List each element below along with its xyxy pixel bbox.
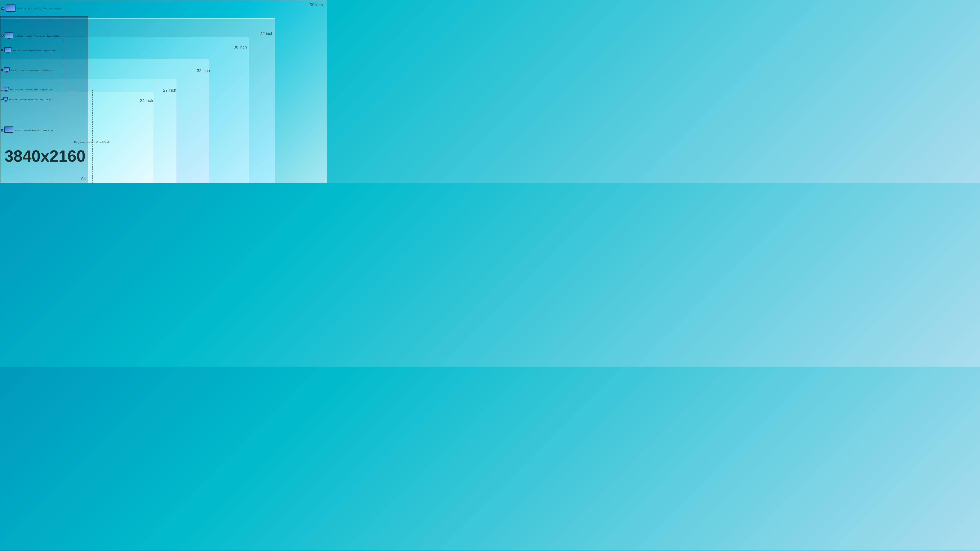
font-segoe-5: Segoe UI 6.51pt: [40, 89, 52, 91]
resolution-label: 3840x2160: [5, 147, 86, 165]
monitor-icon-7b: [4, 127, 13, 134]
font-segoe-2: Segoe UI 10.98pt: [47, 35, 59, 37]
label-27inch: 27 inch: [163, 88, 176, 93]
label-50inch: 50 inch: [310, 3, 323, 7]
font-arial-7: Arial 12pt: [14, 130, 21, 131]
monitor-row-7: Arial 12pt Times New Roman 12pt Segoe UI…: [1, 127, 52, 134]
font-info-row-3: Arial 9.91pt Times Now Roman 9.91pt Sego…: [13, 50, 55, 51]
font-tnr-7: Times New Roman 12pt: [24, 130, 40, 131]
font-tnr-6: Times New Roman 6.04pt: [19, 98, 38, 100]
a4-label: A4: [81, 176, 86, 181]
font-info-row-7: Arial 12pt Times New Roman 12pt Segoe UI…: [14, 130, 52, 131]
label-32inch: 32 inch: [197, 68, 210, 73]
font-segoe-6: Segoe UI 6.04pt: [40, 98, 51, 100]
font-arial-3: Arial 9.91pt: [13, 50, 21, 51]
monitor-icon-small-3a: [1, 49, 3, 52]
monitor-icon-5b: [3, 87, 8, 92]
monitor-icon-6b: [3, 97, 8, 102]
visual-field-label: Визуальное поле / Visual Field: [74, 141, 109, 143]
font-info-row-4: Arial 8.27pt Times New Roman 8.27pt Sego…: [11, 70, 53, 71]
label-38inch: 38 inch: [234, 45, 247, 50]
monitor-icon-6a: [1, 98, 3, 100]
font-info-row-2: Arial 10.98pt Times Now Roman 10.98pt Se…: [14, 35, 59, 37]
monitor-icon-small-1a: [1, 7, 4, 11]
monitor-row-4: Arial 8.27pt Times New Roman 8.27pt Sego…: [1, 67, 53, 73]
monitor-row-1: Arial 13.07pt Times Now Roman 13.07pt Se…: [1, 5, 61, 13]
font-tnr-1: Times Now Roman 13.07pt: [28, 8, 47, 10]
monitor-row-6: Arial 6.04pt Times New Roman 6.04pt Sego…: [1, 97, 51, 102]
font-segoe-1: Segoe UI 13.07pt: [49, 8, 62, 10]
monitor-icon-5a: [1, 89, 3, 91]
monitor-icon-4b: [4, 67, 10, 73]
font-tnr-2: Times Now Roman 10.98pt: [25, 35, 45, 37]
main-visualization: 50 inch 42 inch 38 inch 32 inch 27 inch …: [0, 0, 327, 183]
font-tnr-4: Times New Roman 8.27pt: [21, 70, 39, 71]
font-arial-2: Arial 10.98pt: [14, 35, 23, 37]
monitor-icon-2b: [5, 32, 13, 40]
font-tnr-5: Times New Roman 6.51pt: [20, 89, 38, 91]
monitor-icon-3b: [4, 47, 11, 54]
monitor-icon-small-2a: [1, 35, 4, 37]
font-segoe-3: Segoe UI 9.91pt: [43, 50, 55, 51]
font-info-row-5: Arial 6.51pt Times New Roman 6.51pt Sego…: [10, 89, 52, 91]
monitor-icon-small-7a: [1, 129, 3, 132]
visual-field-box: [63, 90, 92, 183]
dash-line-vertical: [64, 0, 64, 90]
font-info-row-1: Arial 13.07pt Times Now Roman 13.07pt Se…: [17, 8, 61, 10]
font-segoe-4: Segoe UI 8.27pt: [41, 70, 53, 71]
label-42inch: 42 inch: [260, 32, 273, 36]
monitor-row-2: Arial 10.98pt Times Now Roman 10.98pt Se…: [1, 32, 59, 40]
font-arial-1: Arial 13.07pt: [17, 8, 25, 10]
font-arial-6: Arial 6.04pt: [9, 98, 17, 100]
font-tnr-3: Times Now Roman 9.91pt: [23, 50, 41, 51]
font-info-row-6: Arial 6.04pt Times New Roman 6.04pt Sego…: [9, 98, 51, 100]
font-arial-4: Arial 8.27pt: [11, 70, 19, 71]
label-24inch: 24 inch: [140, 98, 153, 103]
monitor-icon-small-4a: [1, 69, 3, 71]
monitor-row-5: Arial 6.51pt Times New Roman 6.51pt Sego…: [1, 87, 52, 92]
monitor-row-3: Arial 9.91pt Times Now Roman 9.91pt Sego…: [1, 47, 55, 54]
font-segoe-7: Segoe UI 12pt: [43, 130, 52, 131]
monitor-icon-1b: [6, 5, 16, 13]
font-arial-5: Arial 6.51pt: [10, 89, 18, 91]
